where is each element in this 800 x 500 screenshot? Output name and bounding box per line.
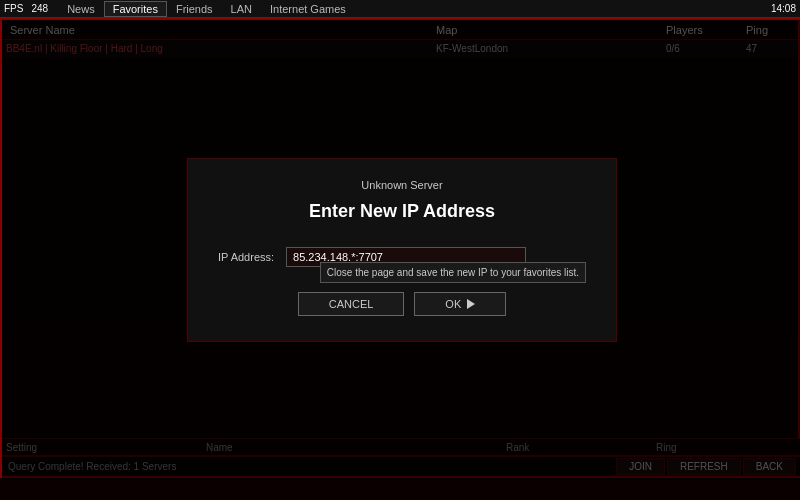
tab-news[interactable]: News — [58, 1, 104, 17]
cancel-button[interactable]: CANCEL — [298, 292, 405, 316]
modal-heading: Enter New IP Address — [218, 201, 586, 222]
modal-buttons: Close the page and save the new IP to yo… — [218, 292, 586, 316]
modal-title: Unknown Server — [218, 179, 586, 191]
tab-internet-games[interactable]: Internet Games — [261, 1, 355, 17]
tab-lan[interactable]: LAN — [222, 1, 261, 17]
top-bar: FPS 248 News Favorites Friends LAN Inter… — [0, 0, 800, 18]
fps-label: FPS — [4, 3, 23, 14]
ok-arrow-icon — [467, 299, 475, 309]
modal-overlay: Unknown Server Enter New IP Address IP A… — [2, 20, 800, 480]
ok-button[interactable]: OK — [414, 292, 506, 316]
main-area: Server Name Map Players Ping BB4E.nl | K… — [0, 18, 800, 478]
ok-label: OK — [445, 298, 461, 310]
fps-value: 248 — [31, 3, 48, 14]
time-label: 14:08 — [771, 3, 796, 14]
ip-label: IP Address: — [218, 251, 274, 263]
tooltip: Close the page and save the new IP to yo… — [320, 262, 586, 283]
tab-favorites[interactable]: Favorites — [104, 1, 167, 17]
tab-friends[interactable]: Friends — [167, 1, 222, 17]
modal-dialog: Unknown Server Enter New IP Address IP A… — [187, 158, 617, 342]
